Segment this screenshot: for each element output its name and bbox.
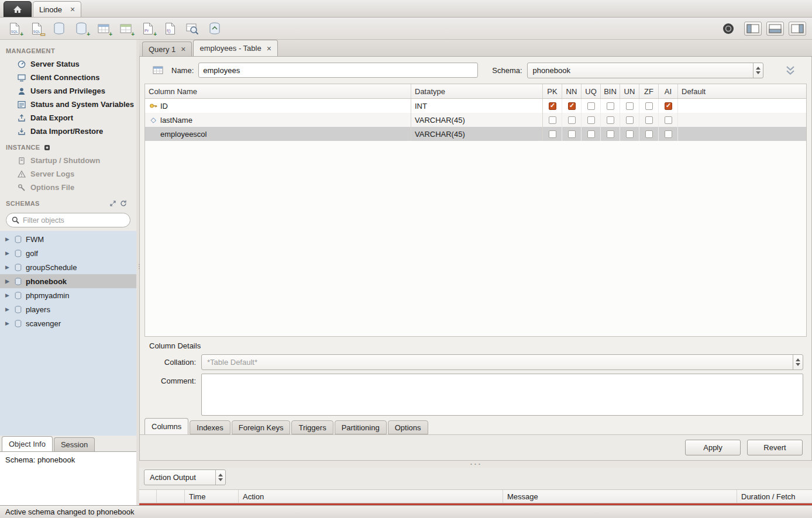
schema-select[interactable]: phonebook: [527, 63, 763, 78]
sidebar-item-system-variables[interactable]: Status and System Variables: [0, 98, 136, 111]
new-view-icon[interactable]: +: [117, 20, 135, 37]
nn-checkbox[interactable]: [568, 116, 576, 124]
zf-checkbox[interactable]: [645, 130, 653, 138]
expander-icon[interactable]: ▶: [5, 236, 11, 242]
sidebar-item-server-status[interactable]: Server Status: [0, 57, 136, 71]
toggle-bottom-panel-icon[interactable]: [766, 22, 784, 36]
stepper-icon[interactable]: [793, 355, 803, 369]
ai-checkbox[interactable]: [665, 130, 672, 138]
tab-session[interactable]: Session: [54, 437, 95, 451]
apply-button[interactable]: Apply: [685, 440, 741, 455]
tab-triggers[interactable]: Triggers: [291, 420, 333, 434]
tab-employees-table[interactable]: employees - Table ×: [193, 40, 277, 56]
expander-icon[interactable]: ▶: [5, 250, 11, 256]
grid-empty-area[interactable]: [145, 141, 806, 336]
tab-query-1[interactable]: Query 1 ×: [142, 42, 192, 56]
stepper-icon[interactable]: [215, 470, 225, 485]
ai-checkbox[interactable]: [665, 116, 672, 124]
uq-checkbox[interactable]: [587, 116, 595, 124]
header-un[interactable]: UN: [620, 84, 639, 98]
toggle-left-sidebar-icon[interactable]: [744, 22, 762, 36]
header-pk[interactable]: PK: [543, 84, 562, 98]
new-procedure-icon[interactable]: Pr +: [139, 20, 157, 37]
tab-options[interactable]: Options: [388, 420, 428, 434]
header-row-number[interactable]: [139, 490, 157, 503]
comment-textarea[interactable]: [201, 374, 803, 416]
schema-item-scavenger[interactable]: ▶ scavenger: [0, 316, 136, 330]
new-query-tab-icon[interactable]: SQL +: [6, 20, 23, 37]
header-duration-fetch[interactable]: Duration / Fetch: [737, 490, 812, 503]
zf-checkbox[interactable]: [645, 102, 653, 110]
schema-item-phpmyadmin[interactable]: ▶ phpmyadmin: [0, 288, 136, 302]
header-nn[interactable]: NN: [562, 84, 582, 98]
default-cell[interactable]: [678, 127, 806, 141]
schema-item-players[interactable]: ▶ players: [0, 302, 136, 316]
expander-icon[interactable]: ▶: [5, 320, 11, 326]
ai-checkbox[interactable]: [665, 102, 672, 110]
header-column-name[interactable]: Column Name: [145, 84, 411, 98]
bin-checkbox[interactable]: [607, 116, 614, 124]
uq-checkbox[interactable]: [587, 130, 595, 138]
sidebar-item-client-connections[interactable]: Client Connections: [0, 71, 136, 84]
search-table-data-icon[interactable]: [184, 20, 201, 37]
un-checkbox[interactable]: [626, 102, 634, 110]
tab-partitioning[interactable]: Partitioning: [335, 420, 387, 434]
collation-select[interactable]: *Table Default*: [201, 354, 803, 370]
reconnect-dbms-icon[interactable]: [206, 20, 223, 37]
expander-icon[interactable]: ▶: [5, 264, 11, 270]
schema-item-fwm[interactable]: ▶ FWM: [0, 232, 136, 246]
open-inspector-icon[interactable]: [50, 20, 68, 37]
tab-object-info[interactable]: Object Info: [2, 436, 53, 451]
header-message[interactable]: Message: [503, 490, 737, 503]
assistant-icon[interactable]: [720, 20, 737, 37]
sidebar-item-data-import[interactable]: Data Import/Restore: [0, 125, 136, 138]
sidebar-item-data-export[interactable]: Data Export: [0, 111, 136, 125]
bin-checkbox[interactable]: [607, 102, 614, 110]
table-row[interactable]: ◇ lastName VARCHAR(45): [145, 113, 806, 127]
sidebar-item-users-privileges[interactable]: Users and Privileges: [0, 84, 136, 98]
header-action[interactable]: Action: [239, 490, 503, 503]
pk-checkbox[interactable]: [549, 116, 556, 124]
un-checkbox[interactable]: [626, 116, 634, 124]
pk-checkbox[interactable]: [549, 102, 556, 110]
open-sql-script-icon[interactable]: SQL ▭: [28, 20, 46, 37]
new-function-icon[interactable]: f(): [161, 20, 179, 37]
uq-checkbox[interactable]: [587, 102, 595, 110]
stepper-icon[interactable]: [753, 63, 763, 78]
header-zf[interactable]: ZF: [639, 84, 659, 98]
default-cell[interactable]: [678, 99, 806, 113]
home-tab[interactable]: [4, 1, 32, 17]
expander-icon[interactable]: ▶: [5, 292, 11, 298]
connection-tab[interactable]: Linode ×: [33, 1, 81, 17]
sidebar-item-options-file[interactable]: Options File: [0, 181, 136, 194]
header-time[interactable]: Time: [185, 490, 239, 503]
expand-panel-icon[interactable]: [109, 200, 116, 207]
new-schema-icon[interactable]: +: [73, 20, 90, 37]
header-datatype[interactable]: Datatype: [411, 84, 543, 98]
close-icon[interactable]: ×: [181, 45, 185, 53]
header-default[interactable]: Default: [678, 84, 806, 98]
table-row[interactable]: employeescol VARCHAR(45): [145, 127, 806, 141]
schema-item-phonebook[interactable]: ▶ phonebook: [0, 274, 136, 288]
expander-icon[interactable]: ▶: [5, 278, 11, 284]
revert-button[interactable]: Revert: [747, 440, 803, 455]
tab-columns[interactable]: Columns: [144, 418, 188, 434]
schema-filter-input[interactable]: [23, 216, 125, 225]
header-bin[interactable]: BIN: [601, 84, 620, 98]
zf-checkbox[interactable]: [645, 116, 653, 124]
collapse-header-chevron-icon[interactable]: [785, 65, 796, 75]
tab-foreign-keys[interactable]: Foreign Keys: [232, 420, 291, 434]
table-row[interactable]: ID INT: [145, 99, 806, 113]
close-icon[interactable]: ×: [267, 44, 271, 53]
sidebar-splitter[interactable]: [136, 40, 139, 505]
close-icon[interactable]: ×: [70, 5, 75, 13]
tab-indexes[interactable]: Indexes: [190, 420, 230, 434]
schema-item-groupschedule[interactable]: ▶ groupSchedule: [0, 260, 136, 274]
output-selector[interactable]: Action Output: [144, 469, 226, 485]
default-cell[interactable]: [678, 113, 806, 127]
pk-checkbox[interactable]: [549, 130, 556, 138]
bin-checkbox[interactable]: [607, 130, 614, 138]
schema-item-golf[interactable]: ▶ golf: [0, 246, 136, 260]
toggle-right-sidebar-icon[interactable]: [789, 22, 806, 36]
nn-checkbox[interactable]: [568, 102, 576, 110]
